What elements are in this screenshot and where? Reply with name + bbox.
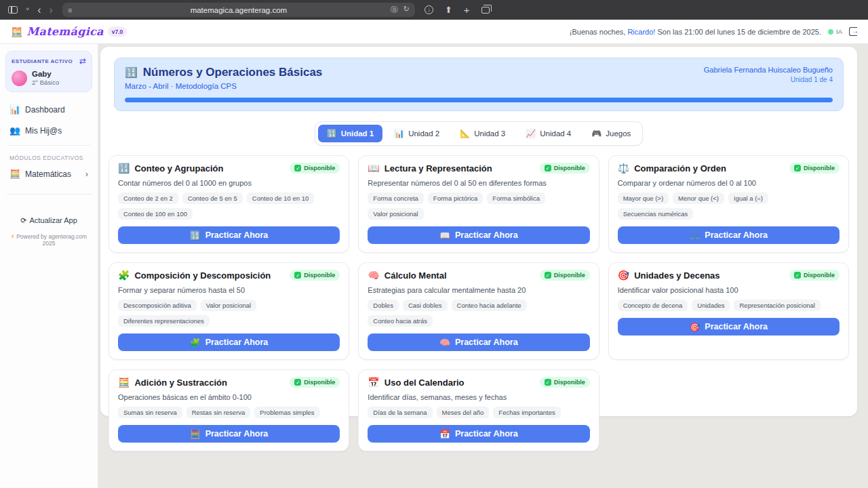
reload-icon[interactable]: ↻ xyxy=(403,5,410,15)
ia-label: IA xyxy=(836,28,842,35)
tab-overview-icon[interactable] xyxy=(481,7,490,14)
status-label: Disponible xyxy=(804,272,835,279)
sidebar: ESTUDIANTE ACTIVO ⇄ Gaby 2° Básico 📊 Das… xyxy=(0,44,98,488)
status-badge: ✓ Disponible xyxy=(789,163,840,174)
module-description: Identificar días, semanas, meses y fecha… xyxy=(368,393,589,401)
module-tags: Días de la semanaMeses del añoFechas imp… xyxy=(368,407,589,418)
check-icon: ✓ xyxy=(545,379,551,386)
practice-button-icon: 🧠 xyxy=(439,338,450,348)
module-title: Conteo y Agrupación xyxy=(134,163,285,174)
module-tags: Forma concretaForma pictóricaForma simbó… xyxy=(368,192,589,220)
module-title: Unidades y Decenas xyxy=(634,270,785,281)
module-description: Identificar valor posicional hasta 100 xyxy=(618,286,840,294)
module-card: 📖 Lectura y Representación ✓ Disponible … xyxy=(358,155,599,253)
unit-tab[interactable]: 🎮 Juegos xyxy=(583,125,639,142)
sidebar-nav-item[interactable]: 👥 Mis Hij@s xyxy=(5,120,92,141)
module-icon: 📅 xyxy=(368,377,379,388)
forward-icon[interactable]: › xyxy=(50,5,53,16)
practice-button[interactable]: 🎯Practicar Ahora xyxy=(618,318,840,336)
translate-icon[interactable]: ⓐ xyxy=(391,5,398,15)
module-tag: Meses del año xyxy=(437,407,490,418)
check-icon: ✓ xyxy=(794,272,801,279)
practice-button-icon: 📖 xyxy=(439,230,450,241)
back-icon[interactable]: ‹ xyxy=(37,5,41,16)
unit-title: 🔢Números y Operaciones Básicas xyxy=(125,66,322,79)
module-card: 🧠 Cálculo Mental ✓ Disponible Estrategia… xyxy=(358,262,599,360)
browser-chrome: ˅ ‹ › ≡ matemagica.agenterag.com ⓐ ↻ ↓ ⬆… xyxy=(0,0,868,20)
status-label: Disponible xyxy=(304,165,335,171)
greeting-text: ¡Buenas noches, Ricardo! Son las 21:00 d… xyxy=(570,28,821,36)
main-area: 🔢Números y Operaciones Básicas Marzo - A… xyxy=(98,44,868,488)
refresh-icon: ⟳ xyxy=(20,216,26,224)
module-description: Estrategias para calcular mentalmente ha… xyxy=(368,286,589,294)
nav-item-icon: 📊 xyxy=(9,104,20,115)
module-tags: Mayor que (>)Menor que (<)Igual a (=)Sec… xyxy=(618,192,840,220)
unit-tab[interactable]: 📊 Unidad 2 xyxy=(385,125,448,142)
module-tag: Conteo de 2 en 2 xyxy=(118,192,178,204)
sidebar-item-matematicas[interactable]: 🧮 Matemáticas › xyxy=(5,163,92,184)
module-description: Contar números del 0 al 1000 en grupos xyxy=(118,179,340,187)
module-icon: ⚖️ xyxy=(618,163,629,174)
check-icon: ✓ xyxy=(545,165,551,171)
practice-button[interactable]: 🧩Practicar Ahora xyxy=(118,333,340,351)
logo-text: Matemágica xyxy=(26,25,103,38)
tab-label: Unidad 3 xyxy=(474,129,505,138)
unit-progress-bar xyxy=(125,98,833,102)
module-icon: 🧩 xyxy=(118,270,130,281)
module-tag: Fechas importantes xyxy=(493,407,560,418)
practice-button[interactable]: 🔢Practicar Ahora xyxy=(118,226,340,244)
module-card: 🧮 Adición y Sustracción ✓ Disponible Ope… xyxy=(108,369,349,451)
module-tag: Dobles xyxy=(368,300,399,311)
practice-button[interactable]: ⚖️Practicar Ahora xyxy=(618,226,840,244)
status-dot xyxy=(828,29,833,35)
module-tags: DoblesCasi doblesConteo hacia adelanteCo… xyxy=(368,300,589,327)
practice-button[interactable]: 📖Practicar Ahora xyxy=(368,226,589,244)
status-badge: ✓ Disponible xyxy=(540,377,590,388)
practice-button[interactable]: 📅Practicar Ahora xyxy=(368,425,589,443)
unit-tab[interactable]: 📐 Unidad 3 xyxy=(451,125,514,142)
sidebar-nav-item[interactable]: 📊 Dashboard xyxy=(5,99,92,120)
module-card: 🎯 Unidades y Decenas ✓ Disponible Identi… xyxy=(608,262,849,360)
module-tag: Conteo hacia adelante xyxy=(452,300,527,311)
logout-icon[interactable] xyxy=(849,27,857,36)
swap-student-icon[interactable]: ⇄ xyxy=(79,57,86,65)
chevron-down-icon[interactable]: ˅ xyxy=(26,7,29,12)
reader-icon[interactable]: ≡ xyxy=(68,6,72,14)
status-badge: ✓ Disponible xyxy=(290,163,340,174)
module-tag: Representación posicional xyxy=(734,300,820,311)
practice-button[interactable]: 🧠Practicar Ahora xyxy=(368,333,589,351)
practice-button[interactable]: 🧮Practicar Ahora xyxy=(118,425,340,443)
address-bar[interactable]: ≡ matemagica.agenterag.com ⓐ ↻ xyxy=(62,3,415,17)
unit-banner: 🔢Números y Operaciones Básicas Marzo - A… xyxy=(114,58,844,111)
module-card: ⚖️ Comparación y Orden ✓ Disponible Comp… xyxy=(608,155,849,253)
unit-tab[interactable]: 📈 Unidad 4 xyxy=(517,125,580,142)
module-icon: 🎯 xyxy=(618,270,629,281)
module-description: Comparar y ordenar números del 0 al 100 xyxy=(618,179,840,187)
math-module-icon: 🧮 xyxy=(9,169,20,179)
unit-subtitle: Marzo - Abril · Metodología CPS xyxy=(125,82,322,90)
module-tag: Concepto de decena xyxy=(618,300,688,311)
check-icon: ✓ xyxy=(794,165,801,171)
tab-icon: 📐 xyxy=(460,129,470,138)
sidebar-toggle-icon[interactable] xyxy=(8,6,18,14)
module-tag: Valor posicional xyxy=(201,300,256,311)
module-card: 🧩 Composición y Descomposición ✓ Disponi… xyxy=(108,262,349,360)
new-tab-icon[interactable]: + xyxy=(464,5,470,15)
nav-item-label: Mis Hij@s xyxy=(25,126,62,136)
unit-tab[interactable]: 🔢 Unidad 1 xyxy=(318,125,383,142)
status-label: Disponible xyxy=(304,379,335,386)
update-app-button[interactable]: ⟳Actualizar App xyxy=(5,216,92,225)
check-icon: ✓ xyxy=(294,379,301,386)
module-icon: 🧮 xyxy=(118,377,130,388)
tab-label: Unidad 4 xyxy=(540,129,571,138)
module-tag: Conteo hacia atrás xyxy=(368,315,433,327)
downloads-icon[interactable]: ↓ xyxy=(425,5,433,14)
module-description: Operaciones básicas en el ámbito 0-100 xyxy=(118,393,340,401)
nav-item-label: Dashboard xyxy=(25,105,65,115)
check-icon: ✓ xyxy=(294,272,301,279)
version-badge: v7.0 xyxy=(108,26,127,37)
share-icon[interactable]: ⬆ xyxy=(445,5,452,14)
user-name: Ricardo! xyxy=(627,28,655,36)
module-card: 📅 Uso del Calendario ✓ Disponible Identi… xyxy=(358,369,599,451)
module-tags: Conteo de 2 en 2Conteo de 5 en 5Conteo d… xyxy=(118,192,340,220)
